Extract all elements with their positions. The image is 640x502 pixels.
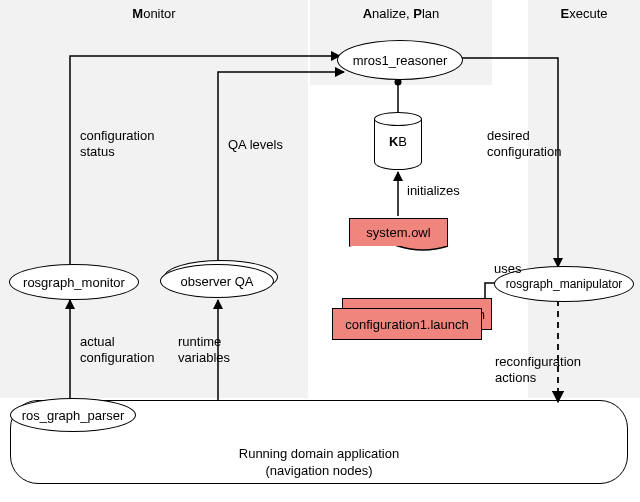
app-line2: (navigation nodes)	[266, 463, 373, 478]
observer-qa-label: observer QA	[181, 274, 254, 289]
ros-graph-parser-label: ros_graph_parser	[22, 408, 125, 423]
app-line1: Running domain application	[239, 446, 399, 461]
region-monitor-label: Monitor	[132, 6, 175, 21]
rosgraph-monitor-label: rosgraph_monitor	[23, 275, 125, 290]
region-execute-label: Execute	[561, 6, 608, 21]
label-initializes: initializes	[407, 183, 460, 199]
reasoner-label: mros1_reasoner	[353, 53, 448, 68]
node-rosgraph-monitor: rosgraph_monitor	[9, 264, 139, 300]
label-config-status: configuration status	[80, 128, 154, 159]
label-reconfig-actions: reconfiguration actions	[495, 354, 581, 385]
region-analize-label: Analize, Plan	[363, 6, 440, 21]
label-uses: uses	[494, 261, 521, 277]
label-runtime-vars: runtime variables	[178, 334, 230, 365]
system-owl-label: system.owl	[366, 225, 430, 240]
rosgraph-manipulator-label: rosgraph_manipulator	[506, 277, 623, 291]
label-qa-levels: QA levels	[228, 137, 283, 153]
kb-label: KB	[374, 134, 422, 149]
region-execute: Execute	[528, 0, 640, 398]
node-kb: KB	[374, 112, 422, 170]
diagram-canvas: Monitor Analize, Plan Execute Running do…	[0, 0, 640, 502]
node-mros1-reasoner: mros1_reasoner	[337, 40, 463, 80]
label-actual-config: actual configuration	[80, 334, 154, 365]
node-system-owl: system.owl	[349, 218, 448, 246]
node-ros-graph-parser: ros_graph_parser	[10, 398, 136, 432]
label-desired-config: desired configuration	[487, 128, 561, 159]
config-launch-label: configuration1.launch	[345, 317, 469, 332]
node-observer-qa: observer QA	[160, 260, 278, 300]
node-config-launch: configuration1.launch	[332, 308, 482, 340]
